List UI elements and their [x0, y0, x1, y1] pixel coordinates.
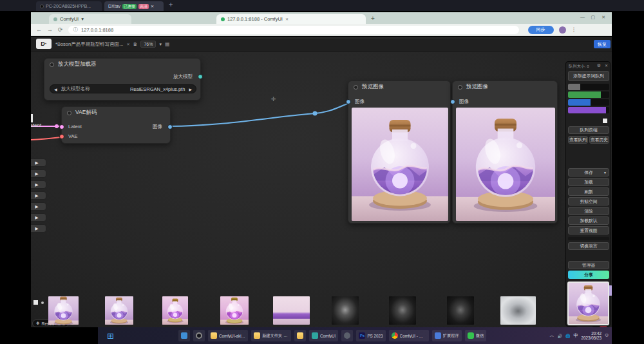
- collapsed-node[interactable]: ▶: [31, 169, 46, 178]
- ime-indicator[interactable]: 中: [573, 332, 578, 339]
- notification-icon[interactable]: 🗨: [605, 334, 609, 338]
- taskbar-item[interactable]: 扩展程序: [432, 330, 462, 341]
- taskbar-clock[interactable]: 20:42 2023/05/23: [581, 331, 601, 340]
- taskbar-item[interactable]: ComfyUI - Google: [389, 330, 429, 341]
- collapsed-node[interactable]: ▶: [31, 224, 46, 233]
- new-tab-icon[interactable]: +: [169, 1, 173, 8]
- monitor-toggle[interactable]: [603, 119, 607, 123]
- input-slot-latent[interactable]: [59, 124, 64, 129]
- collapse-dot-icon[interactable]: [354, 85, 358, 90]
- thumbnail-robot[interactable]: [332, 296, 359, 325]
- save-icon[interactable]: 🗎: [133, 42, 137, 46]
- preview-image[interactable]: [352, 108, 448, 221]
- chevron-down-icon[interactable]: ▾: [81, 16, 84, 22]
- thumbnail-jar[interactable]: [162, 296, 188, 325]
- new-tab-icon[interactable]: +: [371, 15, 375, 22]
- queue-prompt-button[interactable]: 添加提示词队列: [568, 71, 609, 81]
- close-icon[interactable]: ✕: [126, 42, 129, 46]
- widget-model-name[interactable]: ◀ 放大模型名称 RealESRGAN_x4plus.pth ▶: [50, 84, 196, 93]
- taskbar-item[interactable]: [178, 330, 190, 341]
- preview-image[interactable]: [456, 108, 555, 221]
- thumbnail-jar[interactable]: [48, 296, 79, 325]
- last-generated-preview[interactable]: [567, 282, 609, 325]
- back-icon[interactable]: ←: [36, 26, 42, 33]
- volume-icon[interactable]: 🔊: [557, 334, 562, 338]
- browser-menu-icon[interactable]: ⋮: [571, 26, 577, 33]
- window-close-icon[interactable]: ✕: [601, 15, 605, 20]
- window-minimize-icon[interactable]: —: [580, 15, 585, 19]
- clipspace-button[interactable]: 剪贴空间: [568, 197, 609, 205]
- network-icon[interactable]: 🌐: [565, 334, 571, 338]
- arrow-left-icon[interactable]: ◀: [54, 87, 57, 91]
- forward-icon[interactable]: →: [47, 26, 53, 33]
- zoom-level[interactable]: 76%: [140, 41, 156, 48]
- restore-button[interactable]: 恢复: [594, 40, 611, 48]
- clear-button[interactable]: 清除: [568, 207, 609, 215]
- load-default-button[interactable]: 加载默认: [568, 216, 609, 225]
- expand-icon[interactable]: ▶: [35, 215, 39, 220]
- manager-button[interactable]: 管理器: [568, 261, 609, 269]
- remote-tab-session[interactable]: DXtav 已连接 高清 ✕: [104, 1, 164, 11]
- taskbar-item[interactable]: 微信: [465, 330, 487, 341]
- save-button[interactable]: 保存 ▼: [568, 168, 609, 177]
- avatar[interactable]: [559, 26, 566, 33]
- collapsed-node[interactable]: ▶: [31, 213, 46, 222]
- collapsed-node[interactable]: ▶: [31, 191, 46, 200]
- remote-tab-pc[interactable]: PC-20CA8825HPPB...: [36, 1, 102, 11]
- expand-icon[interactable]: ▶: [35, 182, 39, 187]
- close-icon[interactable]: ✕: [151, 4, 154, 8]
- view-history-button[interactable]: 查看历史: [589, 136, 609, 144]
- taskbar-item[interactable]: [341, 330, 353, 341]
- taskbar-item[interactable]: 新建文件夹 2023: [251, 330, 291, 341]
- thumbnail-jar[interactable]: [220, 296, 249, 325]
- expand-icon[interactable]: ▶: [35, 204, 39, 209]
- site-info-icon[interactable]: ⓘ: [73, 26, 79, 33]
- expand-icon[interactable]: ▶: [35, 193, 39, 198]
- thumbnail-box[interactable]: [273, 296, 310, 325]
- collapsed-node[interactable]: ▶: [31, 202, 46, 211]
- taskbar-item[interactable]: [193, 330, 205, 341]
- expand-icon[interactable]: ▶: [35, 171, 39, 177]
- collapsed-node[interactable]: ▶: [31, 158, 46, 167]
- chevron-down-icon[interactable]: ▾: [159, 42, 162, 47]
- start-button[interactable]: ⊞: [107, 331, 114, 341]
- hud-square-icon[interactable]: [33, 300, 38, 305]
- output-slot-upscale-model[interactable]: [198, 74, 203, 79]
- reload-icon[interactable]: ⟳: [58, 26, 63, 33]
- input-slot-image[interactable]: [346, 99, 351, 104]
- collapsed-node[interactable]: ▶: [31, 180, 46, 189]
- workflow-tab[interactable]: *Boson产品早期瓶型特写画面... ✕ 🗎 76% ▾ ▦: [55, 40, 170, 48]
- browser-tab-1[interactable]: ComfyUI ▾: [49, 14, 131, 24]
- input-slot-vae[interactable]: [59, 134, 64, 139]
- browser-tab-2-active[interactable]: 127.0.0.1:8188 - ComfyUI ✕: [216, 14, 366, 24]
- share-button[interactable]: 分享: [568, 271, 609, 279]
- node-preview-image-2[interactable]: 预览图像 图像: [452, 81, 558, 224]
- comfyui-logo[interactable]: D·: [36, 39, 52, 49]
- reset-view-button[interactable]: 重置视图: [568, 226, 609, 234]
- expand-icon[interactable]: ▶: [35, 226, 39, 231]
- taskbar-item[interactable]: [294, 330, 306, 341]
- collapse-dot-icon[interactable]: [50, 62, 54, 67]
- chevron-down-icon[interactable]: ▼: [603, 171, 607, 175]
- collapse-dot-icon[interactable]: [458, 85, 462, 90]
- url-input[interactable]: ⓘ 127.0.0.1:8188: [68, 26, 519, 34]
- window-maximize-icon[interactable]: ▢: [591, 15, 595, 20]
- node-vae-decode[interactable]: VAE解码 Latent 图像 VAE: [61, 106, 171, 144]
- sync-button[interactable]: 同步: [528, 26, 554, 34]
- side-handle[interactable]: [609, 285, 612, 296]
- close-icon[interactable]: ✕: [285, 17, 289, 21]
- thumbnail-robot[interactable]: [500, 296, 536, 325]
- hud-dot-icon[interactable]: [41, 301, 44, 304]
- tray-expand-icon[interactable]: ︿: [549, 332, 554, 339]
- output-slot-image[interactable]: [167, 124, 173, 129]
- load-button[interactable]: 加载: [568, 178, 609, 186]
- thumbnail-jar[interactable]: [105, 296, 133, 325]
- node-preview-image-1[interactable]: 预览图像 图像: [348, 81, 451, 224]
- collapse-dot-icon[interactable]: [67, 111, 71, 115]
- switch-language-button[interactable]: 切换语言: [568, 242, 609, 250]
- queue-front-button[interactable]: 队列前端: [568, 126, 609, 134]
- thumbnail-robot[interactable]: [389, 296, 416, 325]
- input-slot-image[interactable]: [450, 99, 455, 104]
- comfyui-canvas[interactable]: D· *Boson产品早期瓶型特写画面... ✕ 🗎 76% ▾ ▦ 恢复 La…: [31, 37, 612, 327]
- arrow-right-icon[interactable]: ▶: [189, 87, 192, 91]
